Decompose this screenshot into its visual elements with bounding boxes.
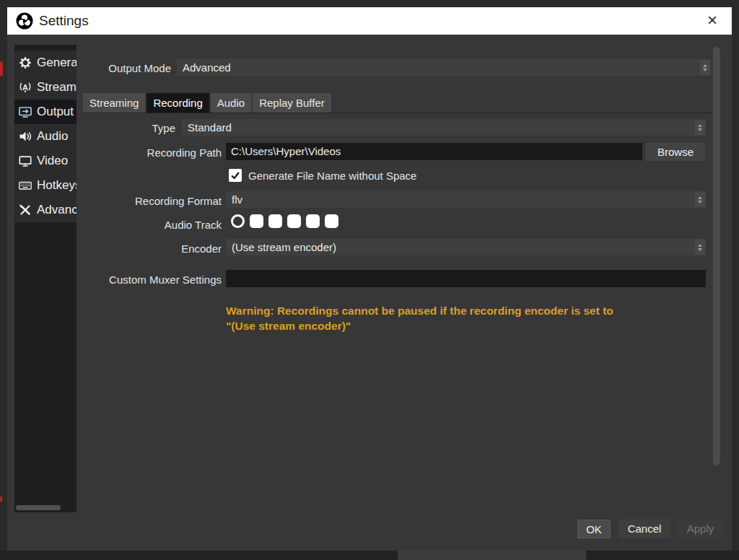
sidebar-item-audio[interactable]: Audio [14, 124, 76, 149]
spinner-arrows-icon [695, 192, 705, 207]
desktop-background: Settings × General [0, 0, 739, 560]
type-select[interactable]: Standard [182, 119, 706, 136]
output-mode-label: Output Mode [58, 61, 171, 76]
recording-format-label: Recording Format [72, 194, 222, 209]
close-button[interactable]: × [701, 7, 723, 35]
tools-icon [18, 203, 32, 217]
audio-track-toggle[interactable] [268, 214, 282, 228]
sidebar-item-label: Video [37, 154, 68, 168]
obs-logo-icon [16, 12, 33, 30]
audio-track-label: Audio Track [72, 218, 222, 232]
scrollbar-thumb[interactable] [16, 505, 61, 510]
spinner-arrows-icon [695, 240, 705, 255]
browse-button[interactable]: Browse [646, 143, 705, 161]
sidebar-item-hotkeys[interactable]: Hotkeys [14, 173, 76, 198]
output-monitor-icon [18, 105, 32, 119]
audio-track-toggle[interactable] [287, 214, 301, 228]
broadcast-icon: A [18, 80, 32, 95]
recording-path-label: Recording Path [72, 146, 222, 160]
tab-recording[interactable]: Recording [147, 93, 209, 113]
recording-warning-text: Warning: Recordings cannot be paused if … [226, 303, 702, 333]
cancel-button[interactable]: Cancel [618, 520, 670, 538]
type-label: Type [72, 121, 175, 136]
sidebar-item-label: Advanced [37, 203, 76, 217]
sidebar-item-label: Output [37, 105, 74, 119]
sidebar-item-label: Audio [37, 129, 68, 144]
tab-streaming[interactable]: Streaming [83, 93, 145, 113]
type-value: Standard [188, 121, 232, 134]
audio-track-toggle[interactable] [250, 214, 263, 228]
encoder-select[interactable]: (Use stream encoder) [226, 239, 706, 255]
sidebar-item-advanced[interactable]: Advanced [14, 198, 76, 222]
audio-track-toggle[interactable] [231, 214, 245, 228]
dialog-title: Settings [39, 7, 89, 35]
background-strip [0, 551, 739, 560]
generate-filename-label: Generate File Name without Space [248, 170, 416, 182]
svg-text:A: A [22, 83, 28, 92]
tab-audio[interactable]: Audio [211, 93, 251, 113]
audio-track-group [231, 214, 338, 228]
output-mode-value: Advanced [183, 61, 231, 74]
custom-muxer-label: Custom Muxer Settings [72, 273, 222, 287]
ok-button[interactable]: OK [577, 520, 611, 538]
sidebar-item-output[interactable]: Output [14, 100, 76, 124]
encoder-label: Encoder [72, 242, 222, 256]
audio-track-toggle[interactable] [306, 214, 320, 228]
output-tabs: Streaming Recording Audio Replay Buffer [83, 93, 333, 113]
sidebar-item-video[interactable]: Video [14, 149, 76, 173]
keyboard-icon [18, 178, 32, 193]
background-artifact [0, 61, 3, 76]
sidebar-horizontal-scrollbar[interactable] [16, 505, 75, 510]
audio-track-toggle[interactable] [325, 214, 338, 228]
apply-button[interactable]: Apply [678, 520, 722, 538]
speaker-icon [18, 129, 32, 144]
spinner-arrows-icon [700, 60, 710, 75]
warning-line-1: Warning: Recordings cannot be paused if … [226, 303, 702, 318]
output-mode-select[interactable]: Advanced [177, 59, 711, 76]
background-artifact [0, 496, 2, 502]
recording-path-input[interactable]: C:\Users\Hyper\Videos [226, 143, 642, 160]
settings-dialog: Settings × General [7, 7, 732, 551]
settings-vertical-scrollbar[interactable] [713, 47, 720, 465]
tab-replay-buffer[interactable]: Replay Buffer [253, 93, 331, 113]
generate-filename-checkbox[interactable] [229, 169, 242, 182]
recording-format-value: flv [232, 193, 242, 206]
background-window-fragment [398, 551, 586, 560]
sidebar-item-label: Hotkeys [37, 178, 76, 193]
sidebar-item-stream[interactable]: A Stream [14, 75, 76, 100]
spinner-arrows-icon [695, 120, 705, 135]
tab-pane-border [83, 113, 712, 113]
title-bar: Settings × [7, 7, 732, 35]
monitor-icon [18, 154, 32, 168]
gear-icon [18, 56, 32, 70]
encoder-value: (Use stream encoder) [232, 241, 336, 253]
warning-line-2: "(Use stream encoder)" [226, 318, 702, 333]
settings-category-list: General A Stream [14, 45, 76, 512]
checkmark-icon [229, 170, 241, 181]
sidebar-item-label: Stream [37, 80, 76, 95]
custom-muxer-input[interactable] [226, 270, 706, 287]
recording-format-select[interactable]: flv [226, 191, 706, 208]
